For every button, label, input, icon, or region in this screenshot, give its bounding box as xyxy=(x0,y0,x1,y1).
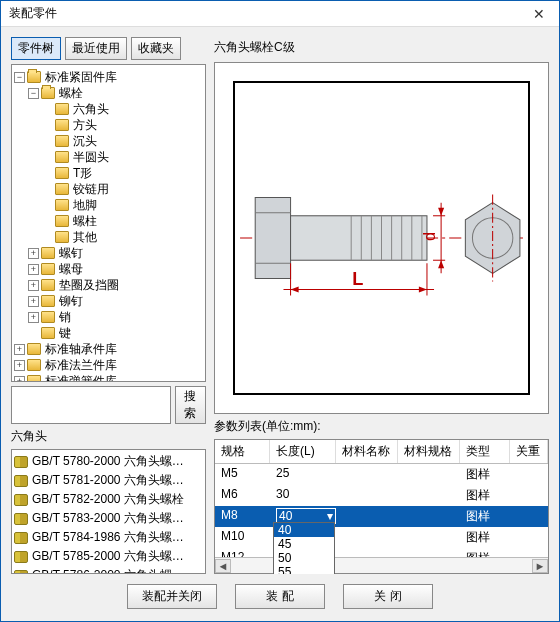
tree-node-label[interactable]: 螺柱 xyxy=(73,213,97,229)
tree-node-label[interactable]: 螺栓 xyxy=(59,85,83,101)
bolt-diagram: d L xyxy=(235,83,528,393)
col-weight[interactable]: 关重 xyxy=(510,440,548,463)
table-row[interactable]: M630图样 xyxy=(215,485,548,506)
svg-rect-4 xyxy=(291,216,427,260)
tree-toggle[interactable]: − xyxy=(28,88,39,99)
chevron-down-icon: ▾ xyxy=(327,509,333,523)
close-button[interactable]: 关 闭 xyxy=(343,584,433,609)
folder-icon xyxy=(55,119,69,131)
bolt-icon xyxy=(14,551,28,563)
folder-icon xyxy=(27,71,41,83)
folder-icon xyxy=(27,375,41,382)
folder-icon xyxy=(55,151,69,163)
folder-icon xyxy=(55,183,69,195)
tree-node-label[interactable]: 沉头 xyxy=(73,133,97,149)
titlebar: 装配零件 ✕ xyxy=(1,1,559,27)
tree-node-label[interactable]: 销 xyxy=(59,309,71,325)
dropdown-option[interactable]: 40 xyxy=(274,523,334,537)
svg-text:L: L xyxy=(352,269,363,289)
assemble-close-button[interactable]: 装配并关闭 xyxy=(127,584,217,609)
folder-icon xyxy=(27,359,41,371)
tree-node-label[interactable]: 六角头 xyxy=(73,101,109,117)
list-item[interactable]: GB/T 5785-2000 六角头螺… xyxy=(14,547,203,566)
svg-marker-17 xyxy=(438,260,444,268)
search-input[interactable] xyxy=(11,386,171,424)
window-title: 装配零件 xyxy=(9,5,57,22)
tree-toggle[interactable]: + xyxy=(28,296,39,307)
folder-icon xyxy=(41,263,55,275)
bolt-icon xyxy=(14,570,28,575)
list-item[interactable]: GB/T 5786-2000 六角头螺… xyxy=(14,566,203,574)
folder-icon xyxy=(41,327,55,339)
search-button[interactable]: 搜索 xyxy=(175,386,206,424)
preview-pane: d L xyxy=(214,62,549,414)
folder-icon xyxy=(55,215,69,227)
tab-favorites[interactable]: 收藏夹 xyxy=(131,37,181,60)
dropdown-option[interactable]: 50 xyxy=(274,551,334,565)
svg-marker-1 xyxy=(255,198,290,279)
col-type[interactable]: 类型 xyxy=(460,440,510,463)
list-item[interactable]: GB/T 5784-1986 六角头螺… xyxy=(14,528,203,547)
list-item[interactable]: GB/T 5783-2000 六角头螺… xyxy=(14,509,203,528)
table-row[interactable]: M525图样 xyxy=(215,464,548,485)
bolt-icon xyxy=(14,513,28,525)
list-item[interactable]: GB/T 5781-2000 六角头螺… xyxy=(14,471,203,490)
table-row[interactable]: M12图样 xyxy=(215,548,548,557)
col-spec[interactable]: 规格 xyxy=(215,440,270,463)
table-row[interactable]: M8 40▾ 图样 xyxy=(215,506,548,527)
folder-icon xyxy=(55,231,69,243)
tree-node-label[interactable]: 螺钉 xyxy=(59,245,83,261)
tree-node-label[interactable]: 方头 xyxy=(73,117,97,133)
bolt-icon xyxy=(14,456,28,468)
tab-recent[interactable]: 最近使用 xyxy=(65,37,127,60)
col-material[interactable]: 材料名称 xyxy=(336,440,398,463)
svg-marker-22 xyxy=(291,286,299,292)
tree-node-label[interactable]: 铆钉 xyxy=(59,293,83,309)
tree-toggle[interactable]: + xyxy=(28,248,39,259)
dropdown-option[interactable]: 45 xyxy=(274,537,334,551)
tree-toggle[interactable]: + xyxy=(28,280,39,291)
tree-toggle[interactable]: − xyxy=(14,72,25,83)
dropdown-option[interactable]: 55 xyxy=(274,565,334,574)
tree-node-label[interactable]: 标准轴承件库 xyxy=(45,341,117,357)
tree-node-label[interactable]: T形 xyxy=(73,165,92,181)
scroll-left-icon[interactable]: ◄ xyxy=(215,559,231,573)
tree-node-label[interactable]: 螺母 xyxy=(59,261,83,277)
preview-title: 六角头螺栓C级 xyxy=(214,37,549,58)
assemble-button[interactable]: 装 配 xyxy=(235,584,325,609)
list-item[interactable]: GB/T 5782-2000 六角头螺栓 xyxy=(14,490,203,509)
part-tree[interactable]: −标准紧固件库 −螺栓 六角头 方头 沉头 半圆头 T形 铰链用 地脚 螺柱 其… xyxy=(11,64,206,382)
scroll-right-icon[interactable]: ► xyxy=(532,559,548,573)
tree-node-label[interactable]: 半圆头 xyxy=(73,149,109,165)
tree-toggle[interactable]: + xyxy=(28,312,39,323)
table-row[interactable]: M10图样 xyxy=(215,527,548,548)
tree-toggle[interactable]: + xyxy=(14,376,25,383)
list-item[interactable]: GB/T 5780-2000 六角头螺… xyxy=(14,452,203,471)
results-list[interactable]: GB/T 5780-2000 六角头螺… GB/T 5781-2000 六角头螺… xyxy=(11,449,206,574)
tree-node-label[interactable]: 其他 xyxy=(73,229,97,245)
tree-toggle[interactable]: + xyxy=(28,264,39,275)
svg-text:d: d xyxy=(420,232,438,241)
tree-node-label[interactable]: 键 xyxy=(59,325,71,341)
length-dropdown-list[interactable]: 40 45 50 55 60 65 70 80 xyxy=(273,522,335,574)
tree-node-label[interactable]: 垫圈及挡圈 xyxy=(59,277,119,293)
tree-toggle[interactable]: + xyxy=(14,360,25,371)
folder-icon xyxy=(55,103,69,115)
col-matspec[interactable]: 材料规格 xyxy=(398,440,460,463)
results-label: 六角头 xyxy=(11,428,206,445)
svg-marker-16 xyxy=(438,208,444,216)
tree-node-label[interactable]: 地脚 xyxy=(73,197,97,213)
tab-part-tree[interactable]: 零件树 xyxy=(11,37,61,60)
h-scrollbar[interactable]: ◄ ► xyxy=(215,557,548,573)
tree-node-label[interactable]: 标准法兰件库 xyxy=(45,357,117,373)
close-icon[interactable]: ✕ xyxy=(519,1,559,26)
folder-icon xyxy=(41,247,55,259)
tree-node-label[interactable]: 标准紧固件库 xyxy=(45,69,117,85)
tree-toggle[interactable]: + xyxy=(14,344,25,355)
folder-icon xyxy=(41,295,55,307)
col-length[interactable]: 长度(L) xyxy=(270,440,336,463)
folder-icon xyxy=(27,343,41,355)
folder-icon xyxy=(41,87,55,99)
tree-node-label[interactable]: 铰链用 xyxy=(73,181,109,197)
tree-node-label[interactable]: 标准弹簧件库 xyxy=(45,373,117,382)
